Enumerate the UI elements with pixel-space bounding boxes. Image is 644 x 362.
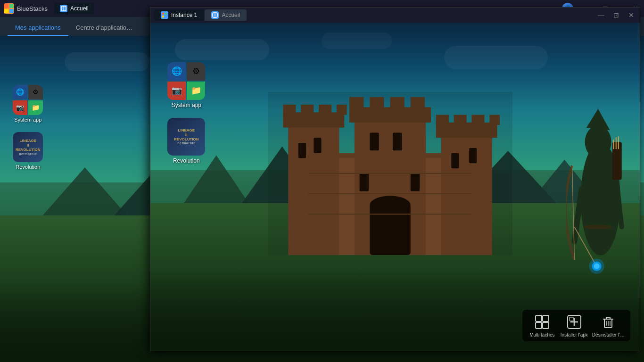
- instance-cloud-1: [175, 39, 269, 60]
- installer-apk-icon: [566, 313, 583, 330]
- system-app-grid: 🌐 ⚙ 📷 📁: [13, 85, 43, 115]
- instance-tab-label: Instance 1: [171, 12, 197, 18]
- inst-sys-cell-gear: ⚙: [187, 62, 205, 81]
- nav-tab-centre[interactable]: Centre d'applicatio…: [68, 20, 140, 36]
- system-app-label: System app: [14, 117, 41, 123]
- instance-system-app-label: System app: [172, 102, 201, 108]
- instance-window: Instance 1 Accueil — ⊡ ✕: [150, 7, 640, 351]
- sys-cell-files: 📁: [28, 100, 43, 115]
- instance-system-app-grid: 🌐 ⚙ 📷 📁: [167, 62, 205, 100]
- main-title: BlueStacks: [17, 5, 48, 12]
- svg-line-112: [572, 165, 575, 260]
- svg-rect-0: [4, 4, 8, 8]
- instance-tab-icon: [161, 11, 168, 19]
- svg-rect-61: [162, 13, 164, 15]
- svg-rect-122: [536, 315, 542, 321]
- instance-close[interactable]: ✕: [627, 10, 636, 20]
- svg-rect-132: [606, 317, 610, 319]
- app-icon-system[interactable]: 🌐 ⚙ 📷 📁 System app: [13, 85, 43, 123]
- svg-rect-1: [9, 4, 14, 8]
- instance-controls: — ⊡ ✕: [596, 10, 636, 20]
- instance-accueil-icon: [211, 11, 219, 19]
- netmarble-logo: netmarble: [19, 152, 37, 156]
- instance-revolution-icon: LINEAGEIIREVOLUTION netmarble: [167, 118, 205, 156]
- instance-app-system[interactable]: 🌐 ⚙ 📷 📁 System app: [167, 62, 205, 108]
- instance-restore[interactable]: ⊡: [611, 10, 621, 20]
- revolution-icon: LINEAGEIIREVOLUTION netmarble: [13, 132, 43, 162]
- sys-cell-camera: 📷: [13, 100, 27, 115]
- svg-rect-129: [570, 317, 573, 321]
- svg-marker-109: [586, 109, 610, 130]
- instance-minimize[interactable]: —: [596, 10, 606, 20]
- svg-rect-106: [268, 92, 512, 255]
- instance-content: 🌐 ⚙ 📷 📁 System app LINEAGEIIREVOLUTION n…: [150, 23, 640, 351]
- instance-tab-1[interactable]: Instance 1: [154, 9, 204, 21]
- main-tabs: Accueil: [54, 3, 94, 14]
- main-tab-label: Accueil: [70, 5, 89, 12]
- inst-sys-cell-files: 📁: [187, 82, 205, 100]
- instance-cloud-3: [444, 46, 548, 69]
- main-tab-accueil[interactable]: Accueil: [54, 3, 94, 14]
- svg-point-121: [584, 225, 612, 230]
- instance-cloud-2: [322, 33, 392, 49]
- svg-rect-3: [9, 9, 14, 13]
- bottom-toolbar: Multi tâches Installer l'apk: [522, 310, 630, 341]
- installer-apk-label: Installer l'apk: [561, 332, 588, 337]
- instance-netmarble-logo: netmarble: [177, 141, 195, 145]
- instance-scene: 🌐 ⚙ 📷 📁 System app LINEAGEIIREVOLUTION n…: [150, 23, 640, 351]
- instance-accueil-label: Accueil: [222, 12, 240, 18]
- inst-sys-cell-globe: 🌐: [167, 62, 186, 81]
- instance-app-revolution[interactable]: LINEAGEIIREVOLUTION netmarble Revolution: [167, 118, 205, 164]
- multi-taches-btn[interactable]: Multi tâches: [528, 313, 556, 337]
- inst-sys-cell-camera: 📷: [167, 82, 186, 100]
- svg-rect-63: [162, 16, 164, 17]
- nav-tab-mes-apps[interactable]: Mes applications: [8, 20, 68, 36]
- svg-rect-123: [543, 315, 549, 321]
- svg-rect-2: [4, 9, 8, 13]
- lineage-title: LINEAGEIIREVOLUTION: [16, 139, 40, 152]
- sys-cell-globe: 🌐: [13, 85, 27, 99]
- multi-taches-icon: [534, 313, 551, 330]
- tab-home-icon: [60, 5, 67, 12]
- desinstaller-btn[interactable]: Désinstaller l'…: [592, 313, 625, 337]
- revolution-label: Revolution: [16, 164, 40, 170]
- instance-titlebar: Instance 1 Accueil — ⊡ ✕: [150, 8, 640, 23]
- instance-castle-svg: [268, 88, 512, 259]
- bluestacks-logo: [4, 3, 14, 14]
- desinstaller-icon: [600, 313, 617, 330]
- instance-tab-accueil[interactable]: Accueil: [205, 9, 247, 21]
- multi-taches-label: Multi tâches: [529, 332, 554, 337]
- instance-tabs: Instance 1 Accueil: [154, 9, 594, 21]
- app-icon-revolution[interactable]: LINEAGEIIREVOLUTION netmarble Revolution: [13, 132, 43, 170]
- svg-rect-62: [165, 13, 167, 15]
- svg-rect-124: [536, 322, 542, 329]
- svg-rect-125: [543, 322, 549, 329]
- instance-lineage-title: LINEAGEIIREVOLUTION: [174, 128, 198, 142]
- instance-castle-area: [268, 88, 512, 259]
- svg-point-108: [585, 125, 611, 158]
- desinstaller-label: Désinstaller l'…: [592, 332, 625, 337]
- sys-cell-gear: ⚙: [28, 85, 43, 99]
- installer-apk-btn[interactable]: Installer l'apk: [560, 313, 588, 337]
- main-app-icons: 🌐 ⚙ 📷 📁 System app LINEAGEIIREVOLUTION n…: [13, 85, 43, 170]
- cloud-1: [65, 52, 149, 71]
- svg-rect-64: [165, 16, 167, 17]
- instance-app-icons: 🌐 ⚙ 📷 📁 System app LINEAGEIIREVOLUTION n…: [167, 62, 205, 164]
- instance-revolution-label: Revolution: [173, 157, 200, 164]
